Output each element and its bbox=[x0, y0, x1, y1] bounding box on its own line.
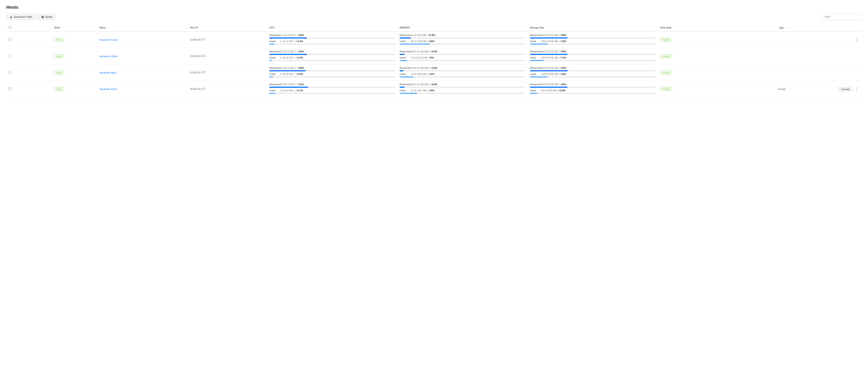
cpu-used-label: Used bbox=[269, 89, 280, 92]
row-checkbox[interactable] bbox=[9, 55, 11, 57]
cpu-used-label: Used bbox=[269, 56, 280, 59]
cell-storage: Reserved 293 of 978 GiB / 30% Used 62 of… bbox=[528, 81, 658, 97]
cpu-reserved-value: 13.84 of 48 C bbox=[280, 66, 296, 69]
ip-text: 10.84.102.5 bbox=[190, 38, 203, 41]
cell-name: harvester-26phs bbox=[97, 48, 188, 64]
cell-name: harvester-lmln2 bbox=[97, 81, 188, 97]
stor-reserved-bar bbox=[530, 70, 568, 71]
mem-used-value: 14 of 126 GiB bbox=[411, 72, 427, 76]
mem-reserved-pct: / 9.3% bbox=[427, 34, 435, 36]
copy-icon[interactable] bbox=[203, 55, 206, 58]
disk-state-badge: Healthy bbox=[660, 38, 672, 41]
mem-reserved-label: Reserved bbox=[400, 83, 410, 86]
mem-reserved-label: Reserved bbox=[400, 50, 410, 53]
mem-reserved-bar bbox=[400, 70, 403, 71]
mem-used-bar bbox=[400, 43, 430, 45]
cpu-used-bar-wrap bbox=[269, 93, 395, 94]
download-yaml-button[interactable]: Download YAML bbox=[6, 14, 36, 20]
cpu-used-label: Used bbox=[269, 40, 280, 43]
cpu-used-value: 1.26 of 48 C bbox=[280, 72, 294, 76]
cell-name: harvester-5cvsk bbox=[97, 31, 188, 48]
hosts-page: Hosts Download YAML Delete State ↕ bbox=[0, 0, 868, 102]
copy-icon[interactable] bbox=[203, 88, 206, 91]
more-actions-button[interactable]: ⋮ bbox=[854, 86, 859, 92]
mem-reserved-value: 4.82 of 126 GiB bbox=[411, 83, 429, 86]
cpu-used-bar bbox=[269, 93, 276, 94]
cpu-used-bar bbox=[269, 76, 273, 78]
cpu-used-bar-wrap bbox=[269, 60, 395, 61]
mem-reserved-bar-wrap bbox=[400, 37, 525, 38]
stor-reserved-bar-wrap bbox=[530, 70, 656, 71]
mem-reserved-bar-wrap bbox=[400, 54, 525, 55]
cell-age bbox=[720, 48, 788, 64]
name-sort-icon: ↓ bbox=[107, 27, 108, 29]
stor-used-value: 104 of 978 GiB bbox=[541, 56, 558, 59]
cpu-used-pct: / 4.4% bbox=[295, 40, 303, 43]
cpu-reserved-pct: / 30% bbox=[297, 50, 304, 53]
cpu-reserved-value: 14.64 of 48 C bbox=[280, 83, 296, 86]
mem-used-pct: / 14% bbox=[427, 89, 435, 92]
row-checkbox[interactable] bbox=[9, 87, 11, 90]
more-actions-button[interactable]: ⋮ bbox=[854, 37, 859, 43]
mem-reserved-bar bbox=[400, 37, 411, 38]
stor-reserved-value: 293 of 978 GiB bbox=[541, 83, 558, 86]
stor-used-bar-wrap bbox=[530, 93, 656, 94]
host-link[interactable]: harvester-26phs bbox=[99, 55, 118, 58]
mem-used-label: Used bbox=[400, 72, 410, 76]
row-checkbox[interactable] bbox=[9, 38, 11, 41]
stor-used-pct: / 14% bbox=[559, 72, 566, 76]
mem-used-label: Used bbox=[400, 40, 410, 43]
th-disk-state: Disk State bbox=[658, 24, 720, 31]
cpu-used-bar-wrap bbox=[269, 43, 395, 45]
cpu-used-label: Used bbox=[269, 72, 280, 76]
cell-storage: Reserved 293 of 978 GiB / 30% Used 138 o… bbox=[528, 31, 658, 48]
cell-state: Active bbox=[52, 48, 97, 64]
cell-memory: Reserved 4.82 of 126 GiB / 3.8% Used 17 … bbox=[397, 81, 528, 97]
cell-checkbox bbox=[6, 64, 52, 81]
table-row: Active harvester-lfgk2 10.84.102.3 Reser… bbox=[6, 64, 862, 81]
th-actions bbox=[788, 24, 862, 31]
mem-used-bar-wrap bbox=[400, 76, 525, 78]
table-row: Active harvester-5cvsk 10.84.102.5 Reser… bbox=[6, 31, 862, 48]
stor-used-pct: / 14% bbox=[559, 40, 566, 43]
stor-used-bar bbox=[530, 43, 548, 45]
cell-memory: Reserved 12 of 126 GiB / 9.3% Used 30 of… bbox=[397, 31, 528, 48]
delete-button[interactable]: Delete bbox=[38, 14, 56, 20]
mem-reserved-value: 5.52 of 126 GiB bbox=[411, 50, 429, 53]
copy-icon[interactable] bbox=[203, 38, 206, 41]
cpu-reserved-pct: / 30% bbox=[297, 34, 304, 36]
stor-used-label: Used bbox=[530, 89, 540, 92]
stor-reserved-label: Reserved bbox=[530, 66, 540, 69]
mem-used-pct: / 24% bbox=[427, 40, 435, 43]
stor-used-label: Used bbox=[530, 40, 540, 43]
filter-input[interactable] bbox=[822, 14, 862, 20]
th-name[interactable]: Name ↓ bbox=[97, 24, 188, 31]
stor-used-value: 134 of 978 GiB bbox=[541, 72, 558, 76]
toolbar: Download YAML Delete bbox=[6, 14, 862, 20]
stor-used-pct: / 11% bbox=[559, 56, 566, 59]
host-link[interactable]: harvester-lfgk2 bbox=[99, 71, 116, 74]
th-age[interactable]: Age ↕ bbox=[720, 24, 788, 31]
disk-state-badge: Healthy bbox=[660, 71, 672, 75]
mem-reserved-bar bbox=[400, 87, 405, 88]
host-link[interactable]: harvester-lmln2 bbox=[99, 88, 117, 91]
stor-reserved-pct: / 30% bbox=[559, 50, 566, 53]
trash-icon bbox=[41, 16, 44, 19]
stor-reserved-value: 293 of 978 GiB bbox=[541, 50, 558, 53]
cell-cpu: Reserved 13.84 of 48 C / 29% Used 1.26 o… bbox=[267, 64, 397, 81]
copy-icon[interactable] bbox=[203, 71, 206, 74]
mem-reserved-bar bbox=[400, 54, 405, 55]
cpu-reserved-pct: / 29% bbox=[297, 66, 304, 69]
select-all-checkbox[interactable] bbox=[9, 26, 11, 29]
download-icon bbox=[10, 16, 12, 19]
cell-ip: 10.84.102.3 bbox=[188, 64, 267, 81]
cpu-reserved-bar bbox=[269, 37, 307, 38]
page-title: Hosts bbox=[6, 5, 862, 10]
stor-reserved-bar bbox=[530, 54, 568, 55]
console-button[interactable]: Console bbox=[838, 87, 852, 92]
host-link[interactable]: harvester-5cvsk bbox=[99, 38, 118, 41]
row-checkbox[interactable] bbox=[9, 71, 11, 74]
cell-actions: ⋮ bbox=[788, 31, 862, 48]
cell-state: Active bbox=[52, 31, 97, 48]
stor-reserved-bar bbox=[530, 37, 568, 38]
